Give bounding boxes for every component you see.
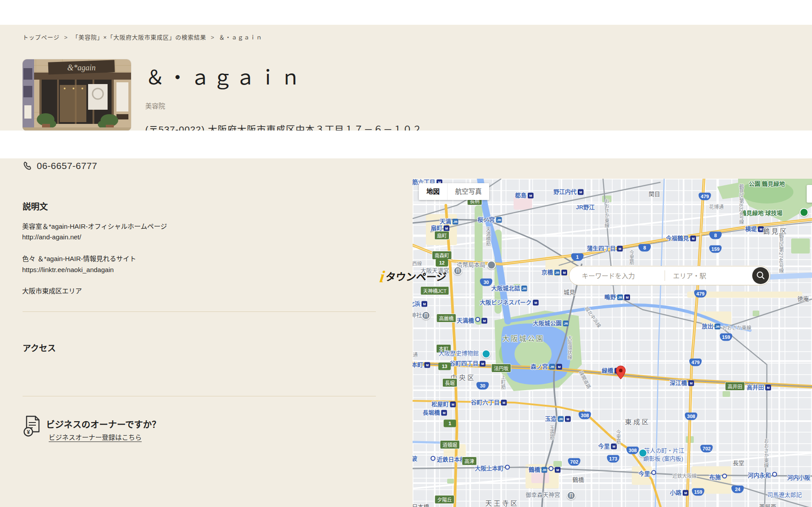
map-label: 徳庵 bbox=[797, 294, 809, 303]
map-labels: 神橋筋六丁目M都島M野江内代MJR野江関目公園 鶴見緑地鶴見緑地 球技場花博通鶴… bbox=[413, 179, 812, 507]
kintetsu-line-icon bbox=[549, 466, 553, 471]
map-label-text: 高井田 bbox=[746, 384, 764, 391]
map-label: 河内永和 bbox=[748, 471, 777, 479]
search-button[interactable] bbox=[752, 267, 769, 284]
map-label-text: 天満橋 bbox=[456, 317, 474, 324]
map-label-text: 公園 鶴見緑地 bbox=[749, 181, 785, 187]
map-label: 関目 bbox=[649, 189, 660, 198]
map-label: 大阪歴史博物館 bbox=[438, 349, 479, 357]
map-label: 高井田M bbox=[746, 383, 771, 391]
jr-line-icon: JR bbox=[617, 295, 623, 300]
map-label-text: 小路 bbox=[670, 489, 681, 496]
map-label: 鶴見緑地 球技場 bbox=[741, 208, 783, 217]
map-label: 玉造筋 bbox=[548, 426, 555, 440]
map-label: 高麗橋 bbox=[437, 314, 456, 323]
map-label-text: 都島 bbox=[515, 192, 526, 199]
map-label-text: 天満橋筋 bbox=[485, 227, 491, 246]
map-label-text: 高津 bbox=[464, 459, 474, 464]
owner-register-link[interactable]: ビジネスオーナー登録はこちら bbox=[49, 432, 142, 442]
area-station-input[interactable] bbox=[672, 269, 731, 283]
owner-heading: ビジネスのオーナーですか？ bbox=[46, 418, 161, 430]
map-label: 公園 鶴見緑地 bbox=[749, 179, 785, 188]
map-label: おおさか東線 bbox=[603, 199, 610, 228]
metro-line-icon: M bbox=[501, 400, 507, 406]
poi-pin bbox=[638, 449, 647, 457]
document-yen-icon: ¥ bbox=[22, 415, 43, 437]
map-label-text: 疎開道路 bbox=[578, 370, 592, 389]
fullscreen-button-partial[interactable] bbox=[807, 185, 812, 203]
route-shield: 1 bbox=[571, 254, 584, 261]
map-label: 大阪環状線 bbox=[566, 336, 573, 360]
map-label-text: 京橋 bbox=[541, 269, 553, 276]
map-label-text: 花博通 bbox=[709, 204, 724, 210]
map-label-text: 日本橋 bbox=[413, 503, 429, 507]
map-label-text: 森ノ宮 bbox=[530, 363, 548, 370]
description-line: 美容室＆*again-HAIR-オフィシャルホームページ bbox=[22, 221, 376, 232]
satellite-button[interactable]: 航空写真 bbox=[447, 183, 489, 200]
map-label: 顕彰板 (案内板) bbox=[643, 454, 683, 462]
map-label: 花博通 bbox=[709, 203, 724, 210]
map-pin-icon bbox=[615, 365, 626, 380]
map-label: 今里 bbox=[638, 469, 656, 477]
map-label: 天神橋JCT bbox=[420, 286, 449, 295]
map-label: 鶴橋JRM bbox=[529, 465, 561, 473]
map-label-text: 今里筋 bbox=[629, 250, 634, 265]
route-shield: 479 bbox=[694, 290, 707, 298]
keyword-search-input[interactable] bbox=[581, 269, 665, 283]
map-label: 上町筋 bbox=[499, 375, 507, 390]
metro-line-icon: M bbox=[450, 402, 456, 407]
map-label: 城北中浜線 bbox=[584, 305, 603, 329]
map-label-text: 野江内代 bbox=[553, 188, 576, 195]
map-label-text: 上町筋 bbox=[500, 375, 506, 390]
map-label: 近鉄日本橋 bbox=[430, 455, 465, 463]
metro-line-icon: M bbox=[441, 410, 447, 416]
map-label-text: 玉造筋 bbox=[549, 426, 554, 440]
map-label-text: 放出 bbox=[702, 323, 713, 330]
map-label-text: 扇町 bbox=[437, 233, 447, 238]
map-label: 波 bbox=[413, 454, 418, 462]
map-label: 鶴見区第2746号線 bbox=[777, 233, 785, 273]
map-label: 今福鶴見M bbox=[666, 234, 696, 242]
map-label-text: 深江橋 bbox=[669, 380, 687, 386]
map-label-text: 御幸森天神宮 bbox=[526, 492, 560, 498]
poi-pin: ∏ bbox=[421, 311, 430, 320]
map-label-text: おおさか東線 bbox=[722, 325, 751, 330]
map-label-text: 長堀橋 bbox=[422, 409, 440, 416]
map-label: 疎開道路 bbox=[578, 369, 593, 390]
description-line: https://linktr.ee/naoki_andagain bbox=[22, 265, 376, 275]
poi-pin bbox=[482, 350, 491, 358]
breadcrumb-item[interactable]: トップページ bbox=[23, 34, 60, 41]
kintetsu-line-icon bbox=[476, 317, 480, 322]
storefront-illustration: &*again bbox=[23, 59, 131, 131]
breadcrumb-item[interactable]: 「美容院」×「大阪府大阪市東成区」の検索結果 bbox=[72, 34, 206, 41]
route-shield: 159 bbox=[709, 246, 722, 253]
svg-text:&*again: &*again bbox=[67, 63, 96, 72]
description-heading: 説明文 bbox=[23, 200, 48, 212]
map-label-text: 谷町四丁目 bbox=[449, 360, 478, 367]
map-label-text: 近鉄日本橋 bbox=[437, 456, 465, 463]
map-label-text: 今福鶴見 bbox=[666, 235, 689, 242]
map-label-text: 司馬遼太郎記 bbox=[767, 492, 802, 498]
poi-pin bbox=[487, 261, 496, 269]
metro-line-icon: M bbox=[528, 193, 534, 199]
map-label: 城見 bbox=[564, 288, 575, 296]
route-shield: 479 bbox=[689, 359, 702, 366]
map-label: 南森町 bbox=[432, 251, 452, 260]
map-label-text: 近鉄大阪線 bbox=[673, 473, 697, 479]
map-label: 小路M bbox=[670, 488, 688, 496]
access-heading: アクセス bbox=[23, 342, 56, 353]
map-label-text: 大阪環状線 bbox=[567, 336, 572, 360]
map-label-text: 今里 bbox=[638, 470, 650, 477]
map-canvas[interactable]: 神橋筋六丁目M都島M野江内代MJR野江関目公園 鶴見緑地鶴見緑地 球技場花博通鶴… bbox=[413, 179, 812, 507]
jr-line-icon: JR bbox=[541, 467, 547, 473]
breadcrumb-item: ＆・ａｇａｉｎ bbox=[219, 34, 263, 41]
map-type-controls: 地図 航空写真 bbox=[419, 183, 489, 200]
metro-line-icon: M bbox=[766, 385, 771, 391]
map-label-text: 河内永和 bbox=[748, 472, 771, 479]
map-label-text: 夕陽丘 bbox=[437, 497, 452, 503]
business-location-marker[interactable] bbox=[615, 365, 626, 381]
map-label-text: 徳庵 bbox=[797, 296, 809, 302]
map-label-text: 鶴見区第2746号線 bbox=[778, 233, 784, 273]
map-button[interactable]: 地図 bbox=[419, 183, 447, 200]
itownpage-logo[interactable]: iタウンページ bbox=[380, 267, 446, 284]
